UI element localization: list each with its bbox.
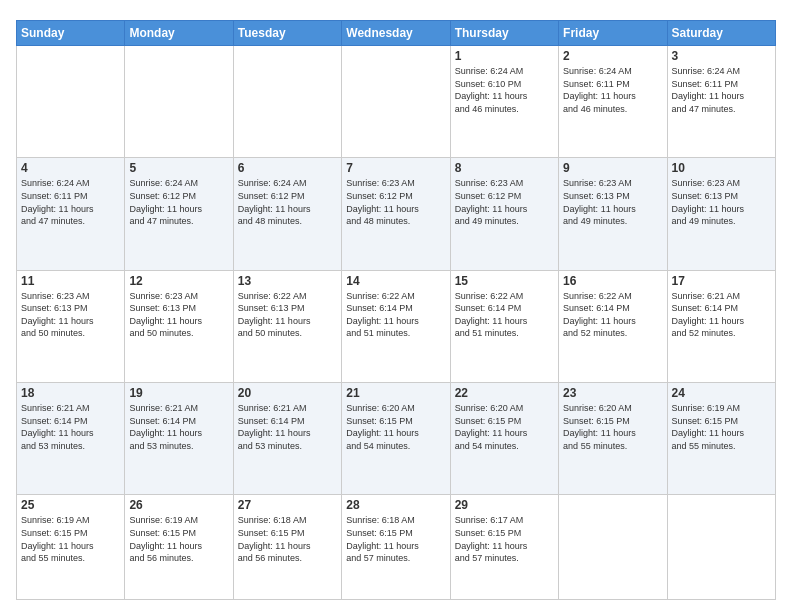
calendar-cell: 21Sunrise: 6:20 AM Sunset: 6:15 PM Dayli… <box>342 382 450 494</box>
calendar-cell: 12Sunrise: 6:23 AM Sunset: 6:13 PM Dayli… <box>125 270 233 382</box>
calendar-cell <box>125 46 233 158</box>
header-cell-monday: Monday <box>125 21 233 46</box>
day-info: Sunrise: 6:20 AM Sunset: 6:15 PM Dayligh… <box>346 402 445 452</box>
header-row: SundayMondayTuesdayWednesdayThursdayFrid… <box>17 21 776 46</box>
day-info: Sunrise: 6:21 AM Sunset: 6:14 PM Dayligh… <box>672 290 771 340</box>
day-info: Sunrise: 6:22 AM Sunset: 6:14 PM Dayligh… <box>346 290 445 340</box>
day-number: 25 <box>21 498 120 512</box>
day-number: 4 <box>21 161 120 175</box>
day-number: 5 <box>129 161 228 175</box>
day-info: Sunrise: 6:23 AM Sunset: 6:13 PM Dayligh… <box>563 177 662 227</box>
week-row-3: 18Sunrise: 6:21 AM Sunset: 6:14 PM Dayli… <box>17 382 776 494</box>
calendar-cell: 10Sunrise: 6:23 AM Sunset: 6:13 PM Dayli… <box>667 158 775 270</box>
day-info: Sunrise: 6:21 AM Sunset: 6:14 PM Dayligh… <box>238 402 337 452</box>
day-number: 11 <box>21 274 120 288</box>
day-info: Sunrise: 6:23 AM Sunset: 6:12 PM Dayligh… <box>455 177 554 227</box>
day-number: 28 <box>346 498 445 512</box>
header-cell-saturday: Saturday <box>667 21 775 46</box>
day-number: 14 <box>346 274 445 288</box>
day-info: Sunrise: 6:22 AM Sunset: 6:14 PM Dayligh… <box>563 290 662 340</box>
calendar-cell: 15Sunrise: 6:22 AM Sunset: 6:14 PM Dayli… <box>450 270 558 382</box>
day-number: 17 <box>672 274 771 288</box>
day-info: Sunrise: 6:20 AM Sunset: 6:15 PM Dayligh… <box>563 402 662 452</box>
calendar-cell: 5Sunrise: 6:24 AM Sunset: 6:12 PM Daylig… <box>125 158 233 270</box>
day-info: Sunrise: 6:23 AM Sunset: 6:13 PM Dayligh… <box>129 290 228 340</box>
day-number: 8 <box>455 161 554 175</box>
day-info: Sunrise: 6:22 AM Sunset: 6:14 PM Dayligh… <box>455 290 554 340</box>
calendar-cell: 23Sunrise: 6:20 AM Sunset: 6:15 PM Dayli… <box>559 382 667 494</box>
calendar-cell: 22Sunrise: 6:20 AM Sunset: 6:15 PM Dayli… <box>450 382 558 494</box>
day-info: Sunrise: 6:19 AM Sunset: 6:15 PM Dayligh… <box>672 402 771 452</box>
calendar-cell: 3Sunrise: 6:24 AM Sunset: 6:11 PM Daylig… <box>667 46 775 158</box>
calendar-cell: 16Sunrise: 6:22 AM Sunset: 6:14 PM Dayli… <box>559 270 667 382</box>
calendar-cell: 11Sunrise: 6:23 AM Sunset: 6:13 PM Dayli… <box>17 270 125 382</box>
calendar-cell: 1Sunrise: 6:24 AM Sunset: 6:10 PM Daylig… <box>450 46 558 158</box>
calendar-cell: 4Sunrise: 6:24 AM Sunset: 6:11 PM Daylig… <box>17 158 125 270</box>
day-info: Sunrise: 6:17 AM Sunset: 6:15 PM Dayligh… <box>455 514 554 564</box>
header-cell-wednesday: Wednesday <box>342 21 450 46</box>
header-cell-friday: Friday <box>559 21 667 46</box>
calendar-cell <box>233 46 341 158</box>
page: General Blue SundayMondayTuesdayWednesda… <box>0 0 792 612</box>
day-number: 26 <box>129 498 228 512</box>
calendar-cell: 6Sunrise: 6:24 AM Sunset: 6:12 PM Daylig… <box>233 158 341 270</box>
calendar-cell: 14Sunrise: 6:22 AM Sunset: 6:14 PM Dayli… <box>342 270 450 382</box>
day-info: Sunrise: 6:21 AM Sunset: 6:14 PM Dayligh… <box>129 402 228 452</box>
day-info: Sunrise: 6:18 AM Sunset: 6:15 PM Dayligh… <box>238 514 337 564</box>
day-info: Sunrise: 6:19 AM Sunset: 6:15 PM Dayligh… <box>129 514 228 564</box>
day-number: 19 <box>129 386 228 400</box>
day-number: 22 <box>455 386 554 400</box>
calendar-table: SundayMondayTuesdayWednesdayThursdayFrid… <box>16 20 776 600</box>
calendar-cell: 2Sunrise: 6:24 AM Sunset: 6:11 PM Daylig… <box>559 46 667 158</box>
day-info: Sunrise: 6:23 AM Sunset: 6:12 PM Dayligh… <box>346 177 445 227</box>
week-row-1: 4Sunrise: 6:24 AM Sunset: 6:11 PM Daylig… <box>17 158 776 270</box>
calendar-cell: 7Sunrise: 6:23 AM Sunset: 6:12 PM Daylig… <box>342 158 450 270</box>
header-cell-sunday: Sunday <box>17 21 125 46</box>
calendar-cell: 18Sunrise: 6:21 AM Sunset: 6:14 PM Dayli… <box>17 382 125 494</box>
day-number: 27 <box>238 498 337 512</box>
calendar-cell <box>17 46 125 158</box>
calendar-cell <box>342 46 450 158</box>
calendar-cell: 25Sunrise: 6:19 AM Sunset: 6:15 PM Dayli… <box>17 495 125 600</box>
day-number: 3 <box>672 49 771 63</box>
day-info: Sunrise: 6:20 AM Sunset: 6:15 PM Dayligh… <box>455 402 554 452</box>
day-info: Sunrise: 6:24 AM Sunset: 6:12 PM Dayligh… <box>129 177 228 227</box>
day-number: 1 <box>455 49 554 63</box>
day-info: Sunrise: 6:23 AM Sunset: 6:13 PM Dayligh… <box>672 177 771 227</box>
week-row-2: 11Sunrise: 6:23 AM Sunset: 6:13 PM Dayli… <box>17 270 776 382</box>
day-info: Sunrise: 6:24 AM Sunset: 6:12 PM Dayligh… <box>238 177 337 227</box>
day-info: Sunrise: 6:24 AM Sunset: 6:11 PM Dayligh… <box>21 177 120 227</box>
day-info: Sunrise: 6:23 AM Sunset: 6:13 PM Dayligh… <box>21 290 120 340</box>
day-number: 9 <box>563 161 662 175</box>
day-number: 2 <box>563 49 662 63</box>
calendar-cell: 27Sunrise: 6:18 AM Sunset: 6:15 PM Dayli… <box>233 495 341 600</box>
week-row-4: 25Sunrise: 6:19 AM Sunset: 6:15 PM Dayli… <box>17 495 776 600</box>
calendar-cell: 8Sunrise: 6:23 AM Sunset: 6:12 PM Daylig… <box>450 158 558 270</box>
day-info: Sunrise: 6:24 AM Sunset: 6:10 PM Dayligh… <box>455 65 554 115</box>
header-cell-tuesday: Tuesday <box>233 21 341 46</box>
calendar-cell: 9Sunrise: 6:23 AM Sunset: 6:13 PM Daylig… <box>559 158 667 270</box>
calendar-cell: 28Sunrise: 6:18 AM Sunset: 6:15 PM Dayli… <box>342 495 450 600</box>
calendar-cell: 24Sunrise: 6:19 AM Sunset: 6:15 PM Dayli… <box>667 382 775 494</box>
day-number: 29 <box>455 498 554 512</box>
day-number: 16 <box>563 274 662 288</box>
calendar-cell: 19Sunrise: 6:21 AM Sunset: 6:14 PM Dayli… <box>125 382 233 494</box>
day-number: 21 <box>346 386 445 400</box>
calendar-cell: 17Sunrise: 6:21 AM Sunset: 6:14 PM Dayli… <box>667 270 775 382</box>
calendar-cell: 26Sunrise: 6:19 AM Sunset: 6:15 PM Dayli… <box>125 495 233 600</box>
day-info: Sunrise: 6:24 AM Sunset: 6:11 PM Dayligh… <box>563 65 662 115</box>
week-row-0: 1Sunrise: 6:24 AM Sunset: 6:10 PM Daylig… <box>17 46 776 158</box>
day-number: 10 <box>672 161 771 175</box>
calendar-cell <box>667 495 775 600</box>
day-info: Sunrise: 6:22 AM Sunset: 6:13 PM Dayligh… <box>238 290 337 340</box>
day-number: 7 <box>346 161 445 175</box>
calendar-cell <box>559 495 667 600</box>
day-number: 6 <box>238 161 337 175</box>
calendar-cell: 20Sunrise: 6:21 AM Sunset: 6:14 PM Dayli… <box>233 382 341 494</box>
day-info: Sunrise: 6:19 AM Sunset: 6:15 PM Dayligh… <box>21 514 120 564</box>
day-info: Sunrise: 6:21 AM Sunset: 6:14 PM Dayligh… <box>21 402 120 452</box>
day-number: 24 <box>672 386 771 400</box>
day-info: Sunrise: 6:18 AM Sunset: 6:15 PM Dayligh… <box>346 514 445 564</box>
day-number: 15 <box>455 274 554 288</box>
header-cell-thursday: Thursday <box>450 21 558 46</box>
